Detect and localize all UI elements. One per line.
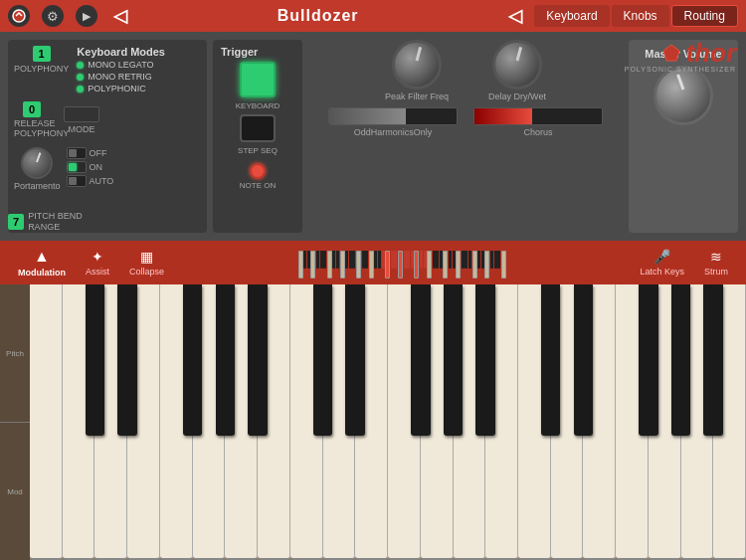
mini-white-key[interactable] <box>369 251 374 279</box>
mini-black-key[interactable] <box>411 251 414 269</box>
mini-white-key[interactable] <box>414 251 419 279</box>
mini-black-key[interactable] <box>453 251 456 269</box>
note-on-section: NOTE ON <box>240 163 276 190</box>
white-key[interactable] <box>30 284 63 560</box>
assist-tool[interactable]: ✦ Assist <box>76 249 119 277</box>
black-key[interactable] <box>216 284 236 436</box>
mini-black-key[interactable] <box>378 251 381 269</box>
keyboard-trigger-btn[interactable] <box>240 62 276 97</box>
port-off-label: OFF <box>90 148 107 158</box>
mini-white-key[interactable] <box>310 251 315 279</box>
mini-black-key[interactable] <box>349 251 352 269</box>
mini-white-key[interactable] <box>398 251 403 279</box>
pitch-bend-section: 7 PITCH BEND RANGE <box>8 211 83 233</box>
black-key[interactable] <box>86 284 105 436</box>
mini-black-key[interactable] <box>391 251 394 269</box>
mini-black-key[interactable] <box>436 251 439 269</box>
mini-white-key[interactable] <box>456 251 461 279</box>
mini-black-key[interactable] <box>336 251 339 269</box>
mini-white-key[interactable] <box>385 251 390 279</box>
black-key[interactable] <box>574 284 594 436</box>
mini-black-key[interactable] <box>465 251 467 269</box>
collapse-tool[interactable]: ▦ Collapse <box>119 249 174 277</box>
tab-routing[interactable]: Routing <box>671 5 738 27</box>
modulation-tool[interactable]: ▲ Modulation <box>8 248 76 278</box>
video-icon[interactable]: ▶ <box>76 5 97 27</box>
step-seq-btn[interactable] <box>240 114 276 142</box>
black-key[interactable] <box>703 284 723 436</box>
port-off-toggle[interactable] <box>67 147 87 159</box>
mini-black-key[interactable] <box>323 251 326 269</box>
logo-icon[interactable] <box>8 5 30 27</box>
portamento-knob[interactable] <box>21 147 53 179</box>
mini-white-key[interactable] <box>356 251 361 279</box>
mini-black-key[interactable] <box>449 251 452 269</box>
mini-black-key[interactable] <box>424 251 427 269</box>
black-key[interactable] <box>541 284 561 436</box>
black-key[interactable] <box>313 284 333 436</box>
tab-keyboard[interactable]: Keyboard <box>534 5 609 27</box>
mini-black-key[interactable] <box>490 251 493 269</box>
mini-black-key[interactable] <box>477 251 480 269</box>
mini-black-key[interactable] <box>404 251 407 269</box>
mini-white-key[interactable] <box>327 251 332 279</box>
top-bar: ⚙ ▶ ◁ Bulldozer ◁ Keyboard Knobs Routing <box>0 0 746 32</box>
black-key[interactable] <box>444 284 464 436</box>
mini-black-key[interactable] <box>468 251 471 269</box>
black-key[interactable] <box>411 284 431 436</box>
pitch-strip[interactable]: Pitch Mod <box>0 284 30 560</box>
mini-black-key[interactable] <box>420 251 423 269</box>
mini-black-key[interactable] <box>316 251 319 269</box>
delay-knob[interactable] <box>492 40 542 90</box>
mini-white-key[interactable] <box>501 251 506 279</box>
mini-black-key[interactable] <box>332 251 335 269</box>
black-key[interactable] <box>639 284 658 436</box>
mini-black-key[interactable] <box>407 251 410 269</box>
nav-right-arrow[interactable]: ◁ <box>504 5 526 27</box>
mini-black-key[interactable] <box>352 251 355 269</box>
mini-black-key[interactable] <box>345 251 348 269</box>
strum-label: Strum <box>704 267 728 277</box>
odd-harmonics-slider[interactable] <box>328 107 458 125</box>
mini-black-key[interactable] <box>365 251 368 269</box>
black-key[interactable] <box>248 284 268 436</box>
mini-black-key[interactable] <box>362 251 365 269</box>
gear-icon[interactable]: ⚙ <box>42 5 64 27</box>
mini-black-key[interactable] <box>433 251 436 269</box>
black-key[interactable] <box>671 284 691 436</box>
svg-point-0 <box>13 10 25 22</box>
nav-left-arrow[interactable]: ◁ <box>109 5 131 27</box>
mini-black-key[interactable] <box>481 251 484 269</box>
tab-knobs[interactable]: Knobs <box>612 5 669 27</box>
strum-tool[interactable]: ≋ Strum <box>694 249 738 277</box>
port-auto-toggle[interactable] <box>67 175 87 187</box>
mini-black-key[interactable] <box>462 251 465 269</box>
mini-black-key[interactable] <box>374 251 377 269</box>
mini-white-key[interactable] <box>472 251 477 279</box>
black-key[interactable] <box>345 284 365 436</box>
mini-black-key[interactable] <box>494 251 497 269</box>
keyboard-toolbar: ▲ Modulation ✦ Assist ▦ Collapse 🎤 Latch… <box>0 241 746 284</box>
mini-black-key[interactable] <box>497 251 500 269</box>
peak-filter-knob[interactable] <box>392 40 442 90</box>
mini-white-key[interactable] <box>443 251 448 279</box>
mini-white-key[interactable] <box>340 251 345 279</box>
mini-black-key[interactable] <box>303 251 306 269</box>
chorus-slider[interactable] <box>473 107 603 125</box>
polyphonic-label: POLYPHONIC <box>88 84 145 93</box>
mini-white-key[interactable] <box>298 251 303 279</box>
black-key[interactable] <box>117 284 137 436</box>
latch-keys-tool[interactable]: 🎤 Latch Keys <box>630 249 694 277</box>
mini-black-key[interactable] <box>440 251 443 269</box>
port-on-toggle[interactable] <box>67 161 87 173</box>
mini-white-key[interactable] <box>427 251 432 279</box>
master-volume-knob[interactable] <box>653 66 713 125</box>
black-key[interactable] <box>475 284 495 436</box>
mini-black-key[interactable] <box>394 251 397 269</box>
mini-black-key[interactable] <box>382 251 385 269</box>
mini-black-key[interactable] <box>307 251 310 269</box>
mini-white-key[interactable] <box>484 251 489 279</box>
mini-black-key[interactable] <box>320 251 323 269</box>
black-key[interactable] <box>183 284 203 436</box>
pitch-top: Pitch <box>0 284 30 423</box>
